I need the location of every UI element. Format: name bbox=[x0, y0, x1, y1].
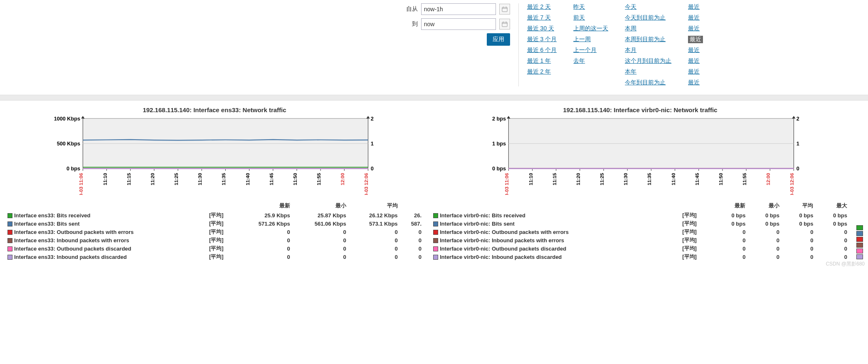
legend-swatch bbox=[856, 248, 863, 253]
from-calendar-button[interactable] bbox=[499, 4, 510, 15]
time-link[interactable]: 最近 2 天 bbox=[527, 3, 557, 11]
legend-swatch bbox=[856, 243, 863, 248]
chart-title: 192.168.115.140: Interface virbr0-nic: N… bbox=[431, 106, 850, 113]
svg-text:11:55: 11:55 bbox=[742, 173, 747, 185]
svg-text:0 bps: 0 bps bbox=[492, 166, 506, 172]
svg-text:11:40: 11:40 bbox=[245, 173, 250, 185]
to-input[interactable] bbox=[421, 18, 496, 30]
svg-text:11:35: 11:35 bbox=[646, 173, 652, 185]
legend-row[interactable]: Interface ens33: Bits sent[平均]571.26 Kbp… bbox=[5, 219, 424, 228]
svg-marker-18 bbox=[81, 116, 84, 118]
time-range-form: 自从 到 应用 bbox=[165, 3, 518, 46]
time-link[interactable]: 今天 bbox=[625, 3, 671, 11]
time-link[interactable]: 最近 bbox=[688, 68, 703, 76]
to-label: 到 bbox=[412, 20, 418, 28]
time-link[interactable]: 最近 bbox=[688, 57, 703, 65]
time-range-quick-links: 最近 2 天昨天今天最近最近 7 天前天今天到目前为止最近最近 30 天上周的这… bbox=[527, 3, 703, 86]
svg-text:11:40: 11:40 bbox=[671, 173, 676, 185]
section-separator bbox=[0, 95, 868, 101]
chart: 192.168.115.140: Interface virbr0-nic: N… bbox=[431, 106, 850, 261]
svg-text:11:30: 11:30 bbox=[623, 173, 628, 185]
time-link[interactable]: 上周的这一天 bbox=[573, 25, 608, 32]
time-link[interactable]: 本月 bbox=[625, 47, 671, 54]
apply-button[interactable]: 应用 bbox=[487, 33, 510, 46]
legend-swatch bbox=[433, 213, 438, 218]
svg-text:11:35: 11:35 bbox=[221, 173, 226, 185]
to-calendar-button[interactable] bbox=[499, 19, 510, 30]
legend-swatch bbox=[7, 238, 12, 243]
time-link[interactable]: 昨天 bbox=[573, 3, 608, 11]
time-link[interactable]: 本年 bbox=[625, 68, 671, 76]
time-link[interactable]: 本周到目前为止 bbox=[625, 36, 671, 43]
time-link[interactable]: 最近 3 个月 bbox=[527, 36, 557, 43]
svg-text:11:25: 11:25 bbox=[173, 173, 179, 185]
legend-swatch bbox=[7, 246, 12, 251]
time-link[interactable]: 今天到目前为止 bbox=[625, 14, 671, 22]
time-link[interactable]: 最近 30 天 bbox=[527, 25, 557, 32]
svg-text:500 Kbps: 500 Kbps bbox=[57, 141, 80, 147]
calendar-icon bbox=[502, 21, 508, 27]
time-link[interactable]: 上一个月 bbox=[573, 47, 608, 54]
legend-row[interactable]: Interface virbr0-nic: Inbound packets di… bbox=[431, 253, 850, 261]
from-label: 自从 bbox=[406, 5, 418, 13]
legend-swatch bbox=[433, 221, 438, 226]
legend-row[interactable]: Interface ens33: Outbound packets discar… bbox=[5, 244, 424, 253]
svg-text:0: 0 bbox=[796, 166, 799, 172]
legend-swatch bbox=[856, 225, 863, 230]
time-link[interactable]: 最近 bbox=[688, 3, 703, 11]
legend-row[interactable]: Interface virbr0-nic: Bits sent[平均]0 bps… bbox=[431, 219, 850, 228]
time-link[interactable]: 这个月到目前为止 bbox=[625, 57, 671, 65]
time-link[interactable]: 最近 bbox=[688, 25, 703, 32]
svg-text:11:25: 11:25 bbox=[599, 173, 604, 185]
time-link[interactable]: 本周 bbox=[625, 25, 671, 32]
legend-swatch bbox=[856, 237, 863, 242]
time-link[interactable]: 最近 bbox=[688, 47, 703, 54]
legend-row[interactable]: Interface virbr0-nic: Outbound packets d… bbox=[431, 244, 850, 253]
svg-rect-0 bbox=[502, 7, 507, 12]
from-input[interactable] bbox=[421, 3, 496, 15]
time-link[interactable]: 最近 bbox=[688, 36, 703, 43]
chart-legend: 最新最小平均最大Interface virbr0-nic: Bits recei… bbox=[431, 202, 850, 261]
svg-text:11:15: 11:15 bbox=[552, 173, 557, 185]
svg-text:0: 0 bbox=[371, 166, 374, 172]
time-link[interactable]: 去年 bbox=[573, 57, 608, 65]
legend-row[interactable]: Interface ens33: Inbound packets discard… bbox=[5, 253, 424, 261]
svg-text:1 bps: 1 bps bbox=[492, 141, 506, 147]
legend-row[interactable]: Interface virbr0-nic: Outbound packets w… bbox=[431, 228, 850, 236]
time-link[interactable]: 上一周 bbox=[573, 36, 608, 43]
legend-row[interactable]: Interface virbr0-nic: Inbound packets wi… bbox=[431, 236, 850, 244]
time-link[interactable]: 最近 bbox=[688, 79, 703, 86]
legend-swatch bbox=[7, 221, 12, 226]
svg-rect-4 bbox=[502, 22, 507, 27]
time-link[interactable]: 最近 2 年 bbox=[527, 68, 557, 76]
svg-text:11:20: 11:20 bbox=[150, 173, 155, 185]
svg-text:09-03 12:06: 09-03 12:06 bbox=[363, 173, 369, 195]
time-link[interactable]: 最近 1 年 bbox=[527, 57, 557, 65]
legend-swatch bbox=[7, 230, 12, 235]
chart-plot[interactable]: 2 bps21 bps10 bps009-03 11:0611:1011:151… bbox=[431, 116, 850, 195]
svg-text:11:45: 11:45 bbox=[269, 173, 274, 185]
chart-plot[interactable]: 1000 Kbps2500 Kbps10 bps009-03 11:0611:1… bbox=[5, 116, 424, 195]
svg-text:0 bps: 0 bps bbox=[67, 166, 80, 172]
legend-row[interactable]: Interface ens33: Bits received[平均]25.9 K… bbox=[5, 211, 424, 219]
time-link[interactable]: 最近 6 个月 bbox=[527, 47, 557, 54]
svg-text:11:10: 11:10 bbox=[528, 173, 533, 185]
watermark: CSDN @黑影680 bbox=[826, 261, 865, 268]
legend-swatch bbox=[7, 255, 12, 260]
calendar-icon bbox=[502, 6, 508, 12]
time-link[interactable]: 今年到目前为止 bbox=[625, 79, 671, 86]
svg-text:11:30: 11:30 bbox=[197, 173, 202, 185]
legend-swatch bbox=[856, 254, 863, 259]
legend-row[interactable]: Interface ens33: Inbound packets with er… bbox=[5, 236, 424, 244]
time-link[interactable]: 最近 bbox=[688, 14, 703, 22]
filter-panel: 自从 到 应用 最近 2 天昨天今天最近最近 7 天前天今天到目前为止最近最近 … bbox=[0, 0, 868, 95]
svg-marker-19 bbox=[366, 116, 370, 118]
legend-row[interactable]: Interface virbr0-nic: Bits received[平均]0… bbox=[431, 211, 850, 219]
time-link[interactable]: 最近 7 天 bbox=[527, 14, 557, 22]
svg-text:2: 2 bbox=[796, 116, 799, 122]
svg-text:09-03 12:06: 09-03 12:06 bbox=[789, 173, 794, 195]
time-link[interactable]: 前天 bbox=[573, 14, 608, 22]
legend-swatch bbox=[433, 255, 438, 260]
legend-swatch bbox=[433, 246, 438, 251]
legend-row[interactable]: Interface ens33: Outbound packets with e… bbox=[5, 228, 424, 236]
